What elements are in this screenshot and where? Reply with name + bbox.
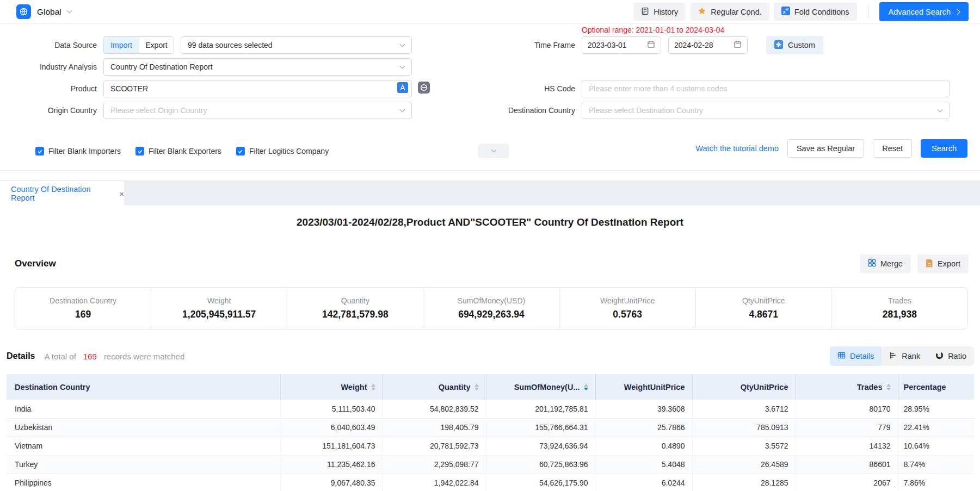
tab-close-icon[interactable]: × [119, 190, 124, 198]
stat-label: SumOfMoney(USD) [458, 296, 525, 305]
search-form: Optional range: 2021-01-01 to 2024-03-04… [0, 24, 980, 171]
industry-analysis-select[interactable]: Country Of Destination Report [103, 58, 412, 76]
col-trades[interactable]: Trades [796, 374, 898, 400]
table-icon [837, 351, 846, 361]
destination-country-label: Destination Country [412, 106, 582, 115]
col-quantity[interactable]: Quantity [383, 374, 486, 400]
view-ratio-label: Ratio [948, 352, 966, 361]
view-details-button[interactable]: Details [830, 346, 882, 366]
reset-button[interactable]: Reset [873, 139, 912, 158]
fold-conditions-button[interactable]: Fold Conditions [774, 3, 857, 21]
export-button[interactable]: Export [917, 254, 969, 273]
table-row[interactable]: Philippines 9,067,480.35 1,942,022.84 54… [7, 474, 974, 491]
view-rank-button[interactable]: Rank [882, 346, 928, 366]
cell-qty-unit-price: 3.5572 [692, 437, 796, 455]
origin-country-select[interactable]: Please select Origin Country [103, 102, 412, 119]
save-as-regular-button[interactable]: Save as Regular [787, 139, 864, 158]
globe-icon [16, 4, 31, 19]
report-title: 2023/03/01-2024/02/28,Product AND"SCOOTE… [0, 216, 980, 228]
history-button[interactable]: History [633, 3, 686, 21]
export-icon [926, 259, 933, 269]
stat-value: 0.5763 [613, 309, 642, 320]
import-tab[interactable]: Import [104, 37, 139, 53]
form-row-product: Product HS Code [0, 79, 980, 98]
col-sum-of-money[interactable]: SumOfMoney(U... [486, 374, 595, 400]
data-source-field: Import Export 99 data sources selected [103, 36, 412, 54]
chevron-down-icon [400, 41, 405, 47]
cell-percentage: 8.74% [898, 455, 974, 474]
table-row[interactable]: Vietnam 151,181,604.73 20,781,592.73 73,… [7, 437, 974, 455]
fold-icon [781, 7, 790, 17]
cell-sum: 155,766,664.31 [486, 418, 595, 437]
details-total-count: 169 [83, 352, 97, 361]
destination-country-select[interactable]: Please select Destination Country [582, 102, 950, 119]
checkbox-filter-blank-importers[interactable]: Filter Blank Importers [35, 147, 121, 156]
cell-sum: 201,192,785.81 [486, 400, 595, 418]
checkbox-filter-blank-exporters[interactable]: Filter Blank Exporters [135, 147, 221, 156]
col-weight[interactable]: Weight [280, 374, 383, 400]
sort-icon[interactable] [886, 384, 891, 390]
tutorial-link[interactable]: Watch the tutorial demo [695, 144, 779, 153]
checkbox-label: Filter Logitics Company [249, 147, 329, 156]
time-frame-label: Time Frame [412, 41, 582, 49]
cell-country: India [7, 400, 280, 418]
tab-country-of-destination-report[interactable]: Country Of Destination Report × [0, 181, 124, 206]
donut-icon [935, 351, 944, 361]
form-row-countries: Origin Country Please select Origin Coun… [0, 101, 980, 120]
stat-qty-unit-price: QtyUnitPrice 4.8671 [695, 288, 831, 329]
export-tab[interactable]: Export [139, 37, 174, 53]
table-header-row: Destination Country Weight Quantity SumO… [7, 374, 974, 400]
details-header-row: Details A total of 169 records were matc… [7, 346, 974, 366]
table-row[interactable]: Uzbekistan 6,040,603.49 198,405.79 155,7… [7, 418, 974, 437]
col-weight-unit-price: WeightUnitPrice [595, 374, 692, 400]
stat-label: Trades [888, 296, 911, 305]
data-source-select[interactable]: 99 data sources selected [181, 36, 412, 54]
stat-label: Destination Country [50, 296, 116, 305]
details-total-prefix: A total of [44, 352, 76, 361]
table-row[interactable]: India 5,111,503.40 54,802,839.52 201,192… [7, 400, 974, 418]
hs-code-input[interactable] [582, 80, 950, 97]
sort-icon[interactable] [474, 384, 479, 390]
cell-percentage: 28.95% [898, 400, 974, 418]
advanced-search-button[interactable]: Advanced Search [879, 2, 969, 21]
checkbox-checked-icon [35, 147, 44, 156]
sort-icon[interactable] [371, 384, 375, 390]
data-source-toggle: Import Export [103, 36, 174, 54]
end-date-input[interactable]: 2024-02-28 [668, 36, 748, 54]
stat-destination-country: Destination Country 169 [15, 288, 151, 329]
view-details-label: Details [850, 352, 874, 361]
stat-value: 694,929,263.94 [458, 309, 525, 320]
merge-button[interactable]: Merge [860, 254, 911, 273]
sort-icon-desc-active[interactable] [584, 384, 588, 390]
chevron-down-icon [400, 63, 405, 69]
calendar-icon [647, 40, 655, 50]
custom-range-button[interactable]: Custom [766, 36, 823, 54]
overview-actions: Merge Export [860, 254, 969, 273]
region-switcher[interactable]: Global [0, 4, 71, 19]
table-row[interactable]: Turkey 11,235,462.16 2,295,098.77 60,725… [7, 455, 974, 474]
chevron-down-icon [491, 147, 496, 153]
cell-weight-unit-price: 39.3608 [595, 400, 692, 418]
stat-label: QtyUnitPrice [742, 296, 785, 305]
cell-weight: 11,235,462.16 [280, 455, 383, 474]
product-match-icon[interactable] [418, 82, 430, 96]
top-bar-actions: History Regular Cond. Fold Conditions Ad… [633, 2, 980, 21]
view-rank-label: Rank [902, 352, 920, 361]
checkbox-filter-logitics-company[interactable]: Filter Logitics Company [236, 147, 329, 156]
result-tab-strip: Country Of Destination Report × [0, 181, 980, 206]
regular-cond-label: Regular Cond. [711, 8, 762, 16]
cell-quantity: 54,802,839.52 [383, 400, 486, 418]
product-input[interactable] [103, 80, 412, 97]
view-ratio-button[interactable]: Ratio [928, 346, 974, 366]
start-date-input[interactable]: 2023-03-01 [582, 36, 661, 54]
cell-qty-unit-price: 3.6712 [692, 400, 796, 418]
stat-sum-of-money: SumOfMoney(USD) 694,929,263.94 [423, 288, 559, 329]
collapse-conditions-button[interactable] [478, 144, 509, 158]
search-button[interactable]: Search [921, 139, 967, 158]
translate-icon[interactable] [397, 82, 408, 95]
regular-cond-button[interactable]: Regular Cond. [690, 3, 769, 21]
cell-trades: 779 [796, 418, 898, 437]
form-row-data-source: Data Source Import Export 99 data source… [0, 36, 980, 54]
cell-weight-unit-price: 25.7866 [595, 418, 692, 437]
top-bar: Global History Regular Cond. Fold Con [0, 0, 980, 24]
